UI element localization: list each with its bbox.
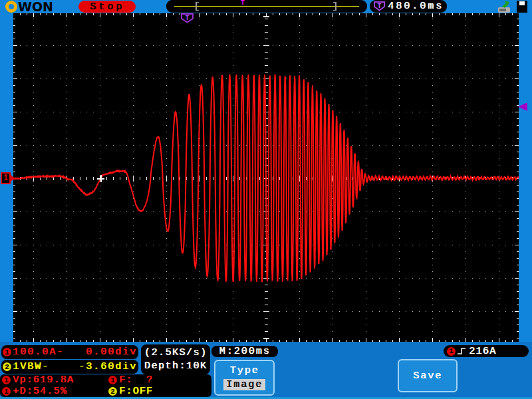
svg-text:T: T (377, 3, 381, 10)
trigger-level-arrow[interactable] (518, 102, 528, 112)
svg-text:T: T (185, 15, 189, 22)
meas-vp-value: Vp:619.8A (13, 374, 74, 386)
usb-storage-icon (496, 1, 512, 13)
meas-duty: 1 +D:54.5% (0, 386, 106, 397)
battery-icon (516, 0, 528, 13)
window-right-bracket (333, 2, 336, 11)
run-state-label: Stop (90, 1, 124, 13)
oscilloscope-screen: WON Stop T T 480.0ms T 1 (0, 0, 532, 399)
meas-f1-badge: 1 (108, 376, 117, 384)
memory-depth: Depth:10K (144, 360, 207, 372)
trigger-readout: 1 216A (444, 345, 529, 357)
trigger-level-value: 216A (469, 346, 496, 357)
type-button-value: Image (223, 379, 265, 390)
memory-window-line (174, 6, 359, 7)
meas-f2-badge: 2 (108, 387, 117, 396)
meas-f1-value: F: ? (119, 374, 153, 386)
meas-vp: 1 Vp:619.8A (0, 374, 106, 386)
meas-duty-value: +D:54.5% (13, 386, 67, 397)
ch1-scale-text: 100.0A- 0.00div (13, 346, 137, 358)
timebase-readout: M:200ms (211, 346, 278, 357)
trigger-time-value: 480.0ms (388, 1, 444, 12)
ch1-marker-label: 1 (3, 174, 8, 183)
save-button[interactable]: Save (398, 359, 458, 392)
ch2-scale-text: 1VBW- -3.60div (13, 361, 137, 372)
trigger-source-badge: 1 (447, 347, 456, 356)
horizontal-position-bar: T (166, 0, 367, 13)
trigger-point-cross (97, 175, 104, 182)
meas-f2: 2 F:OFF (106, 386, 211, 397)
acquisition-status: (2.5KS/s) Depth:10K (141, 344, 210, 374)
rising-edge-icon (457, 346, 467, 356)
logo-text: WON (18, 0, 53, 13)
save-button-label: Save (413, 370, 442, 382)
ch1-position-marker[interactable]: 1 (1, 172, 11, 184)
type-button[interactable]: Type Image (214, 360, 275, 396)
logo-o-icon (5, 1, 17, 13)
ch1-badge: 1 (3, 348, 11, 356)
meas-duty-badge: 1 (2, 387, 11, 396)
measurements-box: 1 Vp:619.8A 1 F: ? 1 +D:54.5% 2 F:OFF (0, 374, 211, 397)
ch2-status: 2 1VBW- -3.60div (1, 360, 138, 374)
owon-logo: WON (5, 0, 53, 13)
trigger-time-readout: T 480.0ms (370, 0, 447, 13)
ch2-badge: 2 (3, 362, 11, 371)
sample-rate: (2.5KS/s) (144, 347, 207, 358)
trigger-mini-t-icon: T (241, 0, 245, 7)
status-panel: 1 100.0A- 0.00div 2 1VBW- -3.60div (2.5K… (0, 342, 532, 399)
ch1-marker-tip (11, 175, 15, 182)
window-left-bracket (196, 2, 199, 11)
meas-f1: 1 F: ? (106, 374, 211, 386)
type-button-title: Type (229, 365, 259, 376)
timebase-value: M:200ms (219, 346, 270, 357)
trigger-position-marker[interactable]: T (181, 13, 194, 23)
run-state-badge[interactable]: Stop (78, 1, 136, 13)
trigger-t-icon: T (374, 1, 386, 11)
meas-f2-value: F:OFF (119, 386, 153, 397)
ch1-status: 1 100.0A- 0.00div (1, 345, 138, 359)
meas-vp-badge: 1 (2, 376, 11, 384)
waveform-display: T (13, 13, 519, 342)
ch1-waveform-trace (13, 13, 519, 342)
